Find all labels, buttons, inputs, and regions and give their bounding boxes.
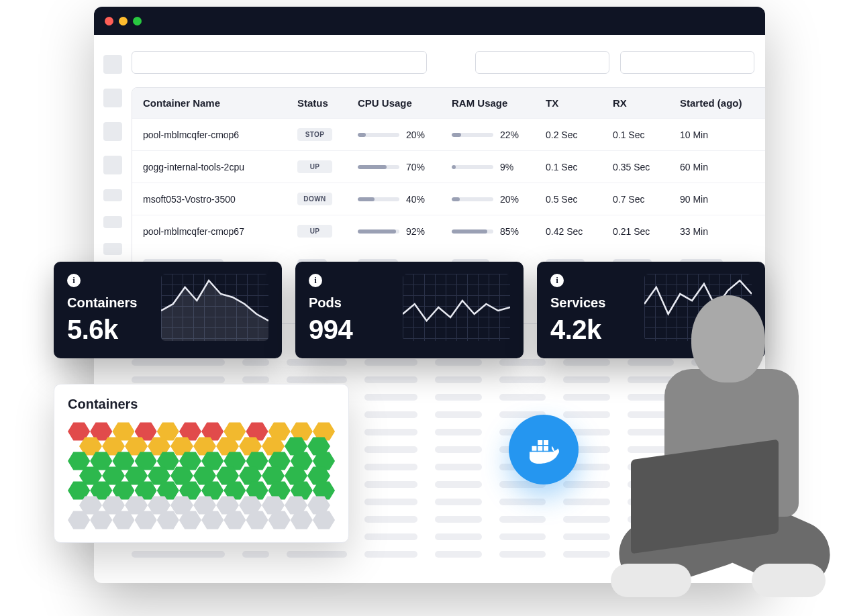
search-input[interactable] bbox=[132, 51, 427, 74]
cell-rx: 0.35 Sec bbox=[613, 162, 680, 172]
cell-rx: 0.7 Sec bbox=[613, 194, 680, 205]
col-started: Started (ago) bbox=[680, 97, 760, 109]
kpi-value: 5.6k bbox=[67, 315, 137, 345]
sidebar-item[interactable] bbox=[103, 89, 122, 107]
col-rx: RX bbox=[613, 97, 680, 109]
kpi-label: Pods bbox=[309, 295, 352, 311]
svg-rect-3 bbox=[538, 440, 542, 445]
cell-ram: 85% bbox=[452, 226, 546, 237]
status-badge: STOP bbox=[297, 128, 332, 141]
info-icon: i bbox=[309, 274, 322, 287]
filter-select[interactable] bbox=[620, 51, 754, 74]
cell-name: pool-mblmcqfer-cmop67 bbox=[143, 226, 297, 237]
sparkline bbox=[403, 274, 510, 341]
col-cpu: CPU Usage bbox=[358, 97, 452, 109]
kpi-pods[interactable]: i Pods 994 bbox=[295, 262, 524, 358]
sidebar-item[interactable] bbox=[103, 156, 122, 174]
sparkline bbox=[161, 274, 268, 341]
col-tx: TX bbox=[546, 97, 613, 109]
cell-rx: 0.1 Sec bbox=[613, 130, 680, 140]
cell-started: 60 Min bbox=[680, 162, 760, 172]
kpi-value: 994 bbox=[309, 315, 352, 345]
table-header: Container Name Status CPU Usage RAM Usag… bbox=[132, 88, 765, 118]
col-name: Container Name bbox=[143, 97, 297, 109]
cell-name: gogg-internal-tools-2cpu bbox=[143, 162, 297, 172]
cell-name: pool-mblmcqfer-cmop6 bbox=[143, 130, 297, 140]
col-ram: RAM Usage bbox=[452, 97, 546, 109]
col-status: Status bbox=[297, 97, 358, 109]
sidebar-item[interactable] bbox=[103, 243, 122, 255]
filter-select[interactable] bbox=[475, 51, 609, 74]
sidebar-item[interactable] bbox=[103, 122, 122, 141]
docker-bubble[interactable] bbox=[509, 415, 579, 484]
person-illustration bbox=[591, 282, 832, 597]
table-row[interactable]: msoft053-Vostro-3500DOWN40%20%0.5 Sec0.7… bbox=[132, 183, 765, 215]
docker-icon bbox=[525, 431, 562, 468]
svg-rect-0 bbox=[532, 446, 537, 451]
kpi-containers[interactable]: i Containers 5.6k bbox=[54, 262, 282, 358]
cell-ram: 9% bbox=[452, 162, 546, 172]
cell-cpu: 20% bbox=[358, 130, 452, 140]
cell-name: msoft053-Vostro-3500 bbox=[143, 194, 297, 205]
window-titlebar bbox=[94, 7, 765, 35]
cell-tx: 0.2 Sec bbox=[546, 130, 613, 140]
filter-bar bbox=[132, 51, 765, 74]
cell-cpu: 40% bbox=[358, 194, 452, 205]
close-icon[interactable] bbox=[105, 17, 113, 25]
kpi-label: Containers bbox=[67, 295, 137, 311]
cell-rx: 0.21 Sec bbox=[613, 226, 680, 237]
cell-started: 10 Min bbox=[680, 130, 760, 140]
svg-rect-4 bbox=[544, 440, 548, 445]
table-row[interactable]: pool-mblmcqfer-cmop67UP92%85%0.42 Sec0.2… bbox=[132, 215, 765, 247]
cell-cpu: 92% bbox=[358, 226, 452, 237]
cell-tx: 0.1 Sec bbox=[546, 162, 613, 172]
table-row[interactable]: pool-mblmcqfer-cmop6STOP20%22%0.2 Sec0.1… bbox=[132, 118, 765, 150]
hex-grid bbox=[68, 421, 335, 530]
minimize-icon[interactable] bbox=[119, 17, 128, 25]
info-icon: i bbox=[67, 274, 81, 287]
cell-started: 33 Min bbox=[680, 226, 760, 237]
sidebar-item[interactable] bbox=[103, 55, 122, 74]
cell-ram: 20% bbox=[452, 194, 546, 205]
cell-tx: 0.5 Sec bbox=[546, 194, 613, 205]
info-icon: i bbox=[550, 274, 564, 287]
sidebar-item[interactable] bbox=[103, 189, 122, 201]
svg-rect-2 bbox=[544, 446, 548, 451]
card-title: Containers bbox=[68, 397, 335, 412]
status-badge: UP bbox=[297, 160, 332, 173]
table-row[interactable]: gogg-internal-tools-2cpuUP70%9%0.1 Sec0.… bbox=[132, 150, 765, 183]
cell-ram: 22% bbox=[452, 130, 546, 140]
containers-hex-card: Containers bbox=[54, 384, 349, 543]
maximize-icon[interactable] bbox=[133, 17, 142, 25]
cell-cpu: 70% bbox=[358, 162, 452, 172]
cell-tx: 0.42 Sec bbox=[546, 226, 613, 237]
svg-rect-1 bbox=[538, 446, 542, 451]
status-badge: UP bbox=[297, 225, 332, 238]
cell-started: 90 Min bbox=[680, 194, 760, 205]
status-badge: DOWN bbox=[297, 193, 332, 205]
sidebar-item[interactable] bbox=[103, 216, 122, 228]
